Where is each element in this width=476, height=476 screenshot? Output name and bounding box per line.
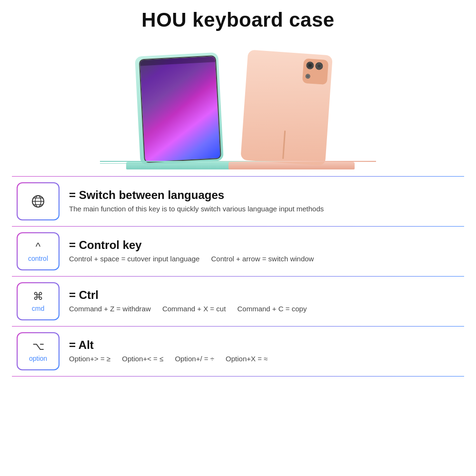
key-symbol-control: ^ [36, 240, 40, 253]
key-label-option: option [29, 355, 47, 362]
divider-5 [12, 376, 464, 377]
feature-title-cmd: = Ctrl [69, 288, 459, 302]
hero-image [100, 36, 376, 169]
key-box-option: ⌥ option [17, 332, 60, 370]
feature-title-globe: = Switch between languages [69, 188, 459, 202]
divider-3 [12, 276, 464, 277]
feature-row-globe: = Switch between languages The main func… [12, 178, 464, 225]
key-box-control: ^ control [17, 232, 60, 270]
feature-desc-cmd-3: Command + C = copy [237, 305, 307, 313]
feature-row-option: ⌥ option = Alt Option+> = ≥ Option+< = ≤… [12, 327, 464, 375]
feature-desc-cmd: Command + Z = withdraw Command + X = cut… [69, 304, 459, 315]
divider-4 [12, 326, 464, 327]
divider-2 [12, 226, 464, 227]
feature-title-option: = Alt [69, 338, 459, 352]
feature-desc-cmd-1: Command + Z = withdraw [69, 305, 151, 313]
feature-desc-option-2: Option+< = ≤ [122, 355, 163, 363]
feature-desc-control: Control + space = cutover input language… [69, 254, 459, 265]
feature-desc-control-2: Control + arrow = switch window [211, 255, 314, 263]
feature-desc-globe: The main function of this key is to quic… [69, 204, 459, 215]
key-box-globe [17, 182, 60, 220]
feature-desc-option: Option+> = ≥ Option+< = ≤ Option+/ = ÷ O… [69, 354, 459, 365]
feature-desc-option-4: Option+X = ≈ [226, 355, 268, 363]
feature-desc-option-3: Option+/ = ÷ [175, 355, 214, 363]
page-title: HOU keyboard case [141, 9, 334, 31]
feature-desc-control-1: Control + space = cutover input language [69, 255, 199, 263]
key-symbol-cmd: ⌘ [33, 290, 43, 303]
feature-text-cmd: = Ctrl Command + Z = withdraw Command + … [69, 288, 459, 315]
globe-icon [30, 194, 46, 209]
key-label-cmd: cmd [32, 305, 44, 312]
feature-text-control: = Control key Control + space = cutover … [69, 238, 459, 265]
feature-text-option: = Alt Option+> = ≥ Option+< = ≤ Option+/… [69, 338, 459, 365]
key-label-control: control [28, 255, 48, 262]
page: HOU keyboard case [0, 0, 476, 476]
feature-row-cmd: ⌘ cmd = Ctrl Command + Z = withdraw Comm… [12, 278, 464, 325]
key-symbol-option: ⌥ [32, 340, 44, 353]
feature-row-control: ^ control = Control key Control + space … [12, 228, 464, 275]
feature-text-globe: = Switch between languages The main func… [69, 188, 459, 215]
feature-desc-option-1: Option+> = ≥ [69, 355, 110, 363]
key-box-cmd: ⌘ cmd [17, 282, 60, 320]
divider-1 [12, 176, 464, 177]
feature-title-control: = Control key [69, 238, 459, 252]
feature-desc-cmd-2: Command + X = cut [162, 305, 226, 313]
